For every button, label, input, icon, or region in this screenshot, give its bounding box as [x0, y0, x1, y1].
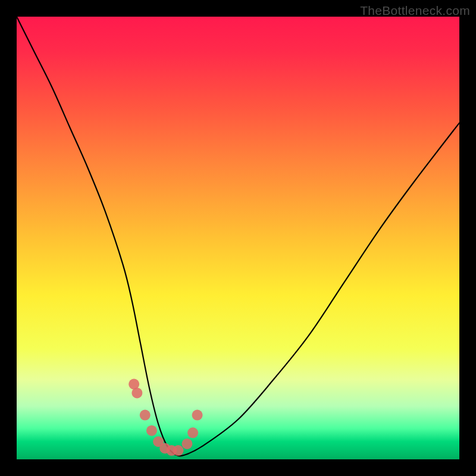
- plot-area: [17, 17, 459, 459]
- chart-frame: TheBottleneck.com: [0, 0, 476, 476]
- watermark-text: TheBottleneck.com: [360, 4, 470, 18]
